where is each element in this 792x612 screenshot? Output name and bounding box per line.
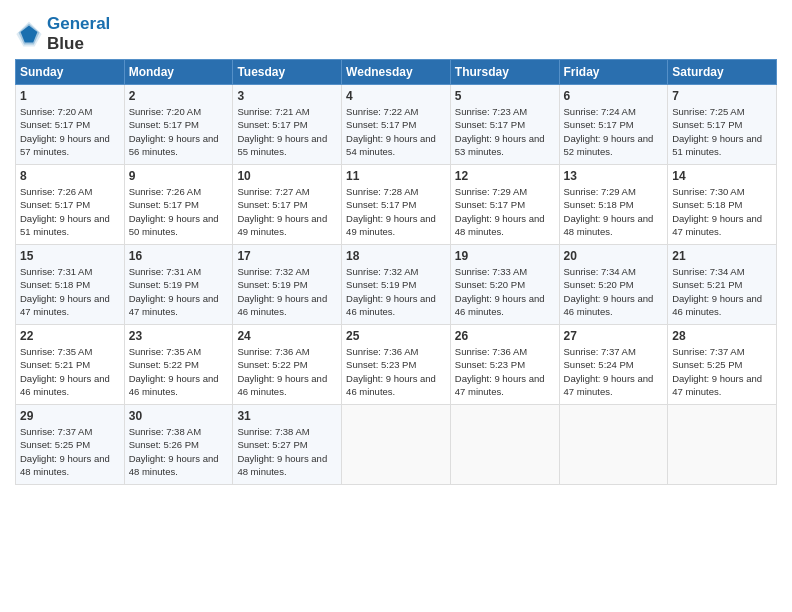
calendar-cell: 5 Sunrise: 7:23 AM Sunset: 5:17 PM Dayli… [450, 85, 559, 165]
day-info: Sunrise: 7:31 AM Sunset: 5:19 PM Dayligh… [129, 265, 229, 318]
daylight-label: Daylight: 9 hours and 47 minutes. [20, 293, 110, 317]
day-info: Sunrise: 7:31 AM Sunset: 5:18 PM Dayligh… [20, 265, 120, 318]
calendar-cell: 28 Sunrise: 7:37 AM Sunset: 5:25 PM Dayl… [668, 325, 777, 405]
sunset-label: Sunset: 5:17 PM [564, 119, 634, 130]
calendar-cell: 22 Sunrise: 7:35 AM Sunset: 5:21 PM Dayl… [16, 325, 125, 405]
sunset-label: Sunset: 5:23 PM [346, 359, 416, 370]
day-info: Sunrise: 7:21 AM Sunset: 5:17 PM Dayligh… [237, 105, 337, 158]
week-row-3: 15 Sunrise: 7:31 AM Sunset: 5:18 PM Dayl… [16, 245, 777, 325]
day-number: 8 [20, 169, 120, 183]
day-info: Sunrise: 7:28 AM Sunset: 5:17 PM Dayligh… [346, 185, 446, 238]
sunset-label: Sunset: 5:21 PM [672, 279, 742, 290]
col-header-wednesday: Wednesday [342, 60, 451, 85]
day-number: 30 [129, 409, 229, 423]
calendar-cell: 23 Sunrise: 7:35 AM Sunset: 5:22 PM Dayl… [124, 325, 233, 405]
daylight-label: Daylight: 9 hours and 46 minutes. [564, 293, 654, 317]
day-info: Sunrise: 7:32 AM Sunset: 5:19 PM Dayligh… [237, 265, 337, 318]
col-header-tuesday: Tuesday [233, 60, 342, 85]
daylight-label: Daylight: 9 hours and 47 minutes. [672, 213, 762, 237]
sunrise-label: Sunrise: 7:32 AM [237, 266, 309, 277]
calendar-cell: 12 Sunrise: 7:29 AM Sunset: 5:17 PM Dayl… [450, 165, 559, 245]
daylight-label: Daylight: 9 hours and 47 minutes. [672, 373, 762, 397]
calendar-cell: 26 Sunrise: 7:36 AM Sunset: 5:23 PM Dayl… [450, 325, 559, 405]
day-info: Sunrise: 7:35 AM Sunset: 5:21 PM Dayligh… [20, 345, 120, 398]
sunset-label: Sunset: 5:17 PM [20, 119, 90, 130]
day-number: 10 [237, 169, 337, 183]
calendar-cell: 7 Sunrise: 7:25 AM Sunset: 5:17 PM Dayli… [668, 85, 777, 165]
page-container: General Blue SundayMondayTuesdayWednesda… [0, 0, 792, 495]
day-number: 13 [564, 169, 664, 183]
day-number: 21 [672, 249, 772, 263]
daylight-label: Daylight: 9 hours and 46 minutes. [20, 373, 110, 397]
day-number: 12 [455, 169, 555, 183]
calendar-cell: 19 Sunrise: 7:33 AM Sunset: 5:20 PM Dayl… [450, 245, 559, 325]
day-number: 2 [129, 89, 229, 103]
day-number: 4 [346, 89, 446, 103]
day-info: Sunrise: 7:26 AM Sunset: 5:17 PM Dayligh… [129, 185, 229, 238]
calendar-cell: 11 Sunrise: 7:28 AM Sunset: 5:17 PM Dayl… [342, 165, 451, 245]
calendar-cell [342, 405, 451, 485]
sunrise-label: Sunrise: 7:36 AM [346, 346, 418, 357]
sunrise-label: Sunrise: 7:20 AM [129, 106, 201, 117]
day-info: Sunrise: 7:25 AM Sunset: 5:17 PM Dayligh… [672, 105, 772, 158]
daylight-label: Daylight: 9 hours and 49 minutes. [237, 213, 327, 237]
week-row-5: 29 Sunrise: 7:37 AM Sunset: 5:25 PM Dayl… [16, 405, 777, 485]
daylight-label: Daylight: 9 hours and 51 minutes. [672, 133, 762, 157]
day-number: 16 [129, 249, 229, 263]
day-number: 25 [346, 329, 446, 343]
col-header-thursday: Thursday [450, 60, 559, 85]
sunrise-label: Sunrise: 7:36 AM [455, 346, 527, 357]
daylight-label: Daylight: 9 hours and 46 minutes. [346, 373, 436, 397]
day-info: Sunrise: 7:30 AM Sunset: 5:18 PM Dayligh… [672, 185, 772, 238]
day-number: 1 [20, 89, 120, 103]
calendar-cell: 6 Sunrise: 7:24 AM Sunset: 5:17 PM Dayli… [559, 85, 668, 165]
day-number: 5 [455, 89, 555, 103]
sunrise-label: Sunrise: 7:32 AM [346, 266, 418, 277]
daylight-label: Daylight: 9 hours and 54 minutes. [346, 133, 436, 157]
sunset-label: Sunset: 5:20 PM [455, 279, 525, 290]
sunset-label: Sunset: 5:19 PM [237, 279, 307, 290]
sunset-label: Sunset: 5:17 PM [346, 199, 416, 210]
sunset-label: Sunset: 5:17 PM [672, 119, 742, 130]
day-info: Sunrise: 7:36 AM Sunset: 5:22 PM Dayligh… [237, 345, 337, 398]
day-info: Sunrise: 7:20 AM Sunset: 5:17 PM Dayligh… [129, 105, 229, 158]
day-number: 23 [129, 329, 229, 343]
sunrise-label: Sunrise: 7:37 AM [672, 346, 744, 357]
daylight-label: Daylight: 9 hours and 46 minutes. [346, 293, 436, 317]
calendar-cell: 21 Sunrise: 7:34 AM Sunset: 5:21 PM Dayl… [668, 245, 777, 325]
day-info: Sunrise: 7:37 AM Sunset: 5:25 PM Dayligh… [20, 425, 120, 478]
day-info: Sunrise: 7:37 AM Sunset: 5:24 PM Dayligh… [564, 345, 664, 398]
week-row-1: 1 Sunrise: 7:20 AM Sunset: 5:17 PM Dayli… [16, 85, 777, 165]
day-info: Sunrise: 7:38 AM Sunset: 5:26 PM Dayligh… [129, 425, 229, 478]
calendar-cell: 30 Sunrise: 7:38 AM Sunset: 5:26 PM Dayl… [124, 405, 233, 485]
sunset-label: Sunset: 5:19 PM [346, 279, 416, 290]
sunrise-label: Sunrise: 7:26 AM [129, 186, 201, 197]
day-info: Sunrise: 7:34 AM Sunset: 5:21 PM Dayligh… [672, 265, 772, 318]
day-number: 14 [672, 169, 772, 183]
daylight-label: Daylight: 9 hours and 48 minutes. [129, 453, 219, 477]
sunrise-label: Sunrise: 7:20 AM [20, 106, 92, 117]
day-number: 26 [455, 329, 555, 343]
week-row-2: 8 Sunrise: 7:26 AM Sunset: 5:17 PM Dayli… [16, 165, 777, 245]
sunset-label: Sunset: 5:17 PM [455, 199, 525, 210]
calendar-cell: 20 Sunrise: 7:34 AM Sunset: 5:20 PM Dayl… [559, 245, 668, 325]
sunrise-label: Sunrise: 7:23 AM [455, 106, 527, 117]
day-number: 3 [237, 89, 337, 103]
sunrise-label: Sunrise: 7:22 AM [346, 106, 418, 117]
sunset-label: Sunset: 5:20 PM [564, 279, 634, 290]
calendar-cell: 31 Sunrise: 7:38 AM Sunset: 5:27 PM Dayl… [233, 405, 342, 485]
sunset-label: Sunset: 5:17 PM [346, 119, 416, 130]
daylight-label: Daylight: 9 hours and 57 minutes. [20, 133, 110, 157]
daylight-label: Daylight: 9 hours and 47 minutes. [564, 373, 654, 397]
day-number: 22 [20, 329, 120, 343]
day-number: 28 [672, 329, 772, 343]
day-number: 9 [129, 169, 229, 183]
sunset-label: Sunset: 5:25 PM [20, 439, 90, 450]
calendar-cell: 24 Sunrise: 7:36 AM Sunset: 5:22 PM Dayl… [233, 325, 342, 405]
day-info: Sunrise: 7:29 AM Sunset: 5:17 PM Dayligh… [455, 185, 555, 238]
sunrise-label: Sunrise: 7:21 AM [237, 106, 309, 117]
calendar-cell: 13 Sunrise: 7:29 AM Sunset: 5:18 PM Dayl… [559, 165, 668, 245]
sunset-label: Sunset: 5:27 PM [237, 439, 307, 450]
sunset-label: Sunset: 5:17 PM [129, 119, 199, 130]
sunrise-label: Sunrise: 7:31 AM [20, 266, 92, 277]
